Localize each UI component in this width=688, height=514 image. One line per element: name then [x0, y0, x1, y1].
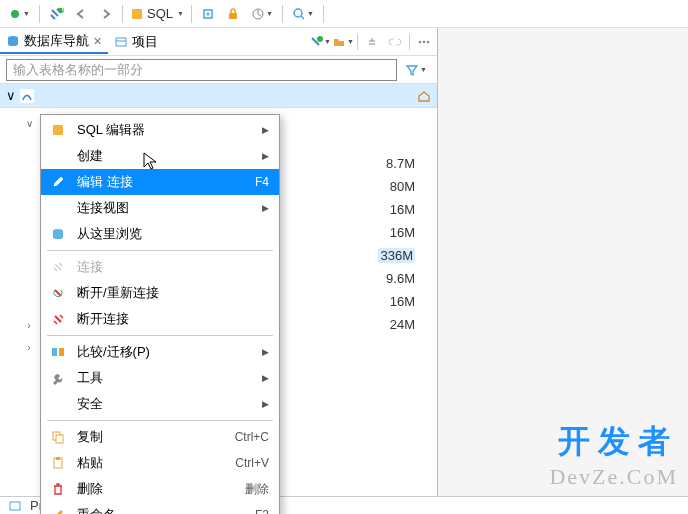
wrench-icon [51, 371, 65, 385]
commit-icon[interactable] [197, 3, 219, 25]
ctx-connect: 连接 [41, 254, 279, 280]
nav-fwd-icon[interactable] [95, 3, 117, 25]
tabs-row: 数据库导航 ✕ 项目 ▼ ▼ [0, 28, 437, 56]
mysql-icon [20, 89, 34, 103]
toolbar-dropdown[interactable]: ▼ [247, 3, 277, 25]
ctx-reconnect[interactable]: 断开/重新连接 [41, 280, 279, 306]
home-icon [417, 89, 431, 103]
lock-icon[interactable] [222, 3, 244, 25]
new-conn-mini-icon[interactable]: ▼ [309, 31, 331, 53]
db-icon [6, 34, 20, 48]
trash-icon [51, 482, 65, 496]
ctx-tools[interactable]: 工具▶ [41, 365, 279, 391]
disconnect-icon [51, 312, 65, 326]
ctx-sql-editor[interactable]: SQL 编辑器▶ [41, 117, 279, 143]
filter-icon[interactable]: ▼ [401, 59, 431, 81]
svg-point-10 [317, 36, 323, 42]
search-dropdown[interactable]: ▼ [288, 3, 318, 25]
ctx-connection-view[interactable]: 连接视图▶ [41, 195, 279, 221]
rename-icon [51, 508, 65, 514]
svg-text:+: + [59, 6, 64, 15]
close-icon[interactable]: ✕ [93, 35, 102, 48]
svg-point-13 [427, 40, 430, 43]
nav-back-icon[interactable] [70, 3, 92, 25]
ctx-edit-connection[interactable]: 编辑 连接F4 [41, 169, 279, 195]
svg-rect-9 [116, 38, 126, 46]
toolbar-button[interactable]: ▼ [4, 3, 34, 25]
collapse-icon[interactable] [361, 31, 383, 53]
plug-icon [51, 260, 65, 274]
svg-rect-5 [229, 13, 237, 19]
copy-icon [51, 430, 65, 444]
connection-row[interactable]: ∨ [0, 84, 437, 108]
ctx-security[interactable]: 安全▶ [41, 391, 279, 417]
folder-mini-icon[interactable]: ▼ [332, 31, 354, 53]
main-toolbar: ▼ + SQL▼ ▼ ▼ [0, 0, 688, 28]
new-connection-icon[interactable]: + [45, 3, 67, 25]
size-column: 8.7M 80M 16M 16M 336M 9.6M 16M 24M [378, 152, 415, 336]
search-row: ▼ [0, 56, 437, 84]
ctx-delete[interactable]: 删除删除 [41, 476, 279, 502]
browse-icon [51, 227, 65, 241]
editor-area [438, 28, 688, 496]
tab-label: 项目 [132, 33, 158, 51]
svg-rect-3 [132, 9, 142, 19]
panel-toolbar: ▼ ▼ [309, 31, 435, 53]
submenu-arrow-icon: ▶ [262, 399, 269, 409]
ctx-disconnect[interactable]: 断开连接 [41, 306, 279, 332]
svg-rect-17 [53, 125, 63, 135]
submenu-arrow-icon: ▶ [262, 373, 269, 383]
ctx-create[interactable]: 创建▶ [41, 143, 279, 169]
ctx-compare[interactable]: 比较/迁移(P)▶ [41, 339, 279, 365]
svg-rect-25 [10, 502, 20, 510]
tab-db-nav[interactable]: 数据库导航 ✕ [0, 30, 108, 54]
svg-point-0 [11, 10, 19, 18]
compare-icon [51, 345, 65, 359]
ctx-paste[interactable]: 粘贴Ctrl+V [41, 450, 279, 476]
svg-point-7 [294, 9, 302, 17]
context-menu: SQL 编辑器▶ 创建▶ 编辑 连接F4 连接视图▶ 从这里浏览 连接 [40, 114, 280, 514]
project-icon [8, 499, 22, 513]
svg-point-11 [419, 40, 422, 43]
svg-rect-20 [59, 348, 64, 356]
ctx-rename[interactable]: 重命名F2 [41, 502, 279, 514]
paste-icon [51, 456, 65, 470]
sql-dropdown[interactable]: SQL▼ [128, 6, 186, 21]
svg-point-12 [423, 40, 426, 43]
svg-rect-24 [56, 457, 60, 460]
submenu-arrow-icon: ▶ [262, 203, 269, 213]
link-icon[interactable] [384, 31, 406, 53]
search-input[interactable] [6, 59, 397, 81]
tab-project[interactable]: 项目 [108, 30, 164, 54]
svg-rect-22 [56, 435, 63, 443]
tab-label: 数据库导航 [24, 32, 89, 50]
menu-icon[interactable] [413, 31, 435, 53]
project-icon [114, 35, 128, 49]
ctx-copy[interactable]: 复制Ctrl+C [41, 424, 279, 450]
sql-icon [51, 123, 65, 137]
expand-icon[interactable]: ∨ [6, 88, 16, 103]
reconnect-icon [51, 286, 65, 300]
submenu-arrow-icon: ▶ [262, 151, 269, 161]
svg-rect-19 [52, 348, 57, 356]
ctx-browse[interactable]: 从这里浏览 [41, 221, 279, 247]
pencil-icon [51, 175, 65, 189]
submenu-arrow-icon: ▶ [262, 125, 269, 135]
submenu-arrow-icon: ▶ [262, 347, 269, 357]
